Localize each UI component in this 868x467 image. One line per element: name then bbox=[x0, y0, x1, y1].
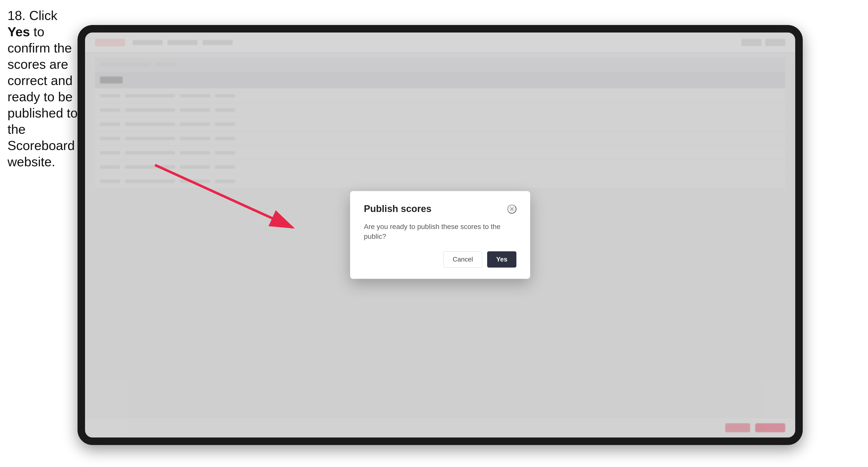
modal-dialog: Publish scores × Are you ready to publis… bbox=[350, 191, 530, 279]
modal-footer: Cancel Yes bbox=[364, 251, 517, 268]
instruction-bold: Yes bbox=[7, 25, 30, 39]
instruction-text-before: Click bbox=[29, 8, 58, 23]
tablet-device: Publish scores × Are you ready to publis… bbox=[78, 25, 803, 445]
modal-close-button[interactable]: × bbox=[507, 205, 517, 214]
instruction-text: 18. Click Yes to confirm the scores are … bbox=[7, 7, 80, 170]
modal-header: Publish scores × bbox=[364, 204, 517, 214]
instruction-text-after: to confirm the scores are correct and re… bbox=[7, 25, 78, 169]
modal-body: Are you ready to publish these scores to… bbox=[364, 222, 517, 241]
modal-title: Publish scores bbox=[364, 204, 431, 214]
tablet-screen: Publish scores × Are you ready to publis… bbox=[85, 32, 795, 437]
step-number: 18. bbox=[7, 8, 26, 23]
cancel-button[interactable]: Cancel bbox=[443, 251, 482, 268]
modal-message: Are you ready to publish these scores to… bbox=[364, 222, 517, 241]
yes-button[interactable]: Yes bbox=[487, 251, 517, 268]
